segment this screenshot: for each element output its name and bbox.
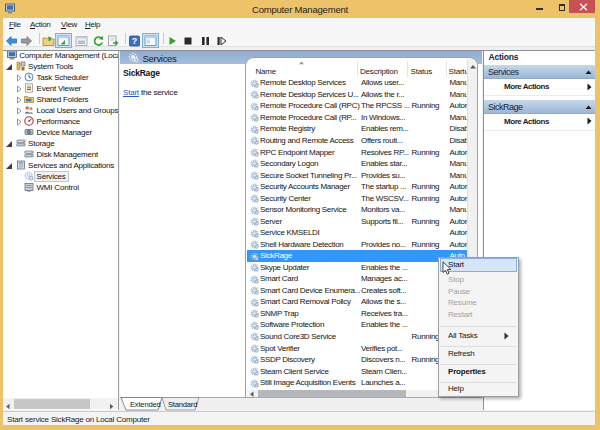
svg-text:Extended: Extended	[130, 400, 161, 409]
svg-text:?: ?	[132, 36, 138, 46]
svg-text:Standard: Standard	[168, 400, 197, 409]
